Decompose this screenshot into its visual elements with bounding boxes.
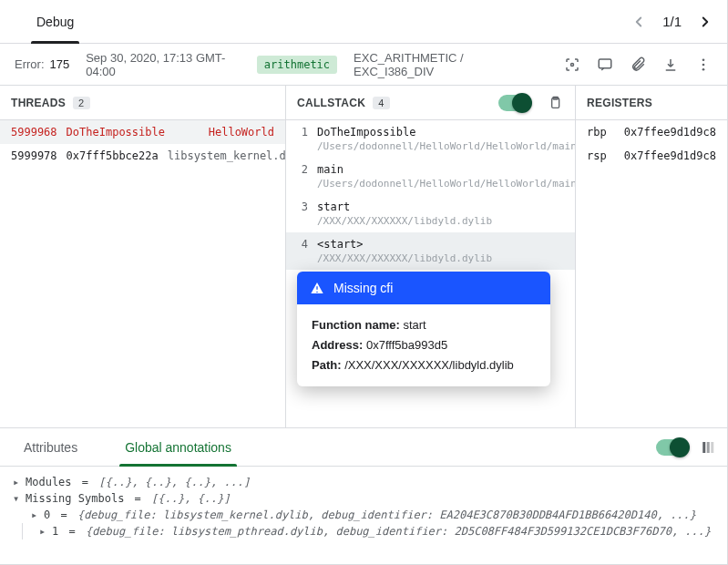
register-value: 0x7ffee9d1d9c8 [624,149,716,162]
frame-function: start [317,200,350,213]
threads-panel: THREADS 2 5999968 DoTheImpossible HelloW… [0,86,286,427]
popover-header: Missing cfi [297,272,550,304]
popover-addr-value: 0x7fff5ba993d5 [366,338,447,352]
popover-path-value: /XXX/XXX/XXXXXX/libdyld.dylib [344,358,514,372]
svg-rect-1 [599,59,611,68]
frame-source: /XXX/XXX/XXXXXX/libdyld.dylib [297,215,564,227]
attachment-icon[interactable] [629,56,647,74]
svg-point-2 [702,58,705,61]
tab-label: Debug [36,15,74,29]
exception-text: EXC_ARITHMETIC / EXC_I386_DIV [354,51,530,78]
focus-icon[interactable] [563,56,581,74]
tab-label: Global annotations [125,440,231,455]
svg-point-0 [571,63,574,66]
popover-path-label: Path: [312,358,342,372]
frame-function: <start> [317,238,364,251]
classifier-badge: arithmetic [257,56,337,74]
tab-strip: Debug [15,0,96,43]
callstack-toggle[interactable] [498,95,529,111]
expand-icon[interactable]: ▸ [31,508,40,521]
error-id: 175 [50,57,70,71]
threads-header: THREADS 2 [0,86,285,120]
bottom-panel: Attributes Global annotations ▸ Modules … [0,428,727,565]
columns-icon[interactable] [700,438,718,457]
stack-frame[interactable]: 4<start> /XXX/XXX/XXXXXX/libdyld.dylib [286,232,575,270]
tree-key: Modules [26,476,72,488]
top-tab-bar: Debug 1/1 [0,0,727,44]
threads-title: THREADS [11,97,66,109]
comment-icon[interactable] [596,56,614,74]
callstack-header: CALLSTACK 4 [286,86,575,120]
frame-index: 4 [297,238,308,251]
thread-row[interactable]: 5999978 0x7fff5bbce22a libsystem_kernel.… [0,144,285,168]
warning-icon [310,281,324,295]
thread-row[interactable]: 5999968 DoTheImpossible HelloWorld [0,120,285,144]
tab-label: Attributes [24,440,77,455]
stack-frame[interactable]: 1DoTheImpossible /Users/dodonnell/HelloW… [286,120,575,158]
thread-id: 5999978 [11,149,57,162]
popover-fn-value: start [403,318,426,332]
frame-index: 3 [297,200,308,213]
tree-node-modules[interactable]: ▸ Modules = [{..}, {..}, {..}, ...] [13,474,714,490]
clipboard-icon[interactable] [546,94,564,112]
frame-index: 2 [297,163,308,176]
annotations-toggle[interactable] [656,439,687,456]
registers-panel: REGISTERS rbp 0x7ffee9d1d9c8 rsp 0x7ffee… [576,86,727,427]
svg-point-4 [702,67,705,70]
callstack-panel: CALLSTACK 4 1DoTheImpossible /Users/dodo… [286,86,576,427]
tree-key: 1 [52,525,58,538]
thread-function: DoTheImpossible [67,126,165,139]
bottom-tab-strip: Attributes Global annotations [0,428,727,467]
callstack-body: 1DoTheImpossible /Users/dodonnell/HelloW… [286,120,575,427]
more-icon[interactable] [694,56,713,74]
missing-cfi-popover: Missing cfi Function name: start Address… [297,272,550,386]
tab-debug[interactable]: Debug [15,0,96,43]
threads-count: 2 [73,97,89,109]
register-name: rsp [587,149,624,162]
register-row: rsp 0x7ffee9d1d9c8 [576,144,727,168]
callstack-count: 4 [373,97,389,109]
tab-attributes[interactable]: Attributes [0,428,101,466]
thread-function: 0x7fff5bbce22a [67,149,159,162]
tree-node-missing-symbols[interactable]: ▾ Missing Symbols = [{..}, {..}] [13,490,714,507]
threads-body: 5999968 DoTheImpossible HelloWorld 59999… [0,120,285,427]
prev-button[interactable] [624,7,653,36]
tree-key: Missing Symbols [26,492,124,505]
popover-title: Missing cfi [333,281,393,295]
svg-rect-9 [711,442,713,453]
stack-frame[interactable]: 2main /Users/dodonnell/HelloWorld/HelloW… [286,158,575,195]
tree-key: 0 [44,508,50,521]
registers-header: REGISTERS [576,86,727,120]
svg-rect-7 [702,442,705,453]
action-bar [563,56,713,74]
tab-global-annotations[interactable]: Global annotations [101,428,255,466]
register-value: 0x7ffee9d1d9c8 [624,126,716,139]
registers-body: rbp 0x7ffee9d1d9c8 rsp 0x7ffee9d1d9c8 [576,120,727,427]
timestamp: Sep 30, 2020, 17:13 GMT-04:00 [86,51,241,78]
download-icon[interactable] [661,56,680,74]
thread-module: libsystem_kernel.dylib [168,149,285,162]
svg-rect-8 [707,442,710,453]
stack-frame[interactable]: 3start /XXX/XXX/XXXXXX/libdyld.dylib [286,195,575,232]
tree-node-missing-1[interactable]: ▸ 1 = {debug_file: libsystem_pthread.dyl… [22,523,714,539]
frame-index: 1 [297,126,308,139]
info-bar: Error: 175 Sep 30, 2020, 17:13 GMT-04:00… [0,44,727,86]
tree-value: {debug_file: libsystem_pthread.dylib, de… [86,525,711,538]
left-gutter [0,0,15,43]
popover-addr-label: Address: [312,338,363,352]
next-button[interactable] [691,7,720,36]
register-name: rbp [587,126,624,139]
tree-value: [{..}, {..}] [151,492,231,505]
expand-icon[interactable]: ▸ [39,525,48,538]
tree-node-missing-0[interactable]: ▸ 0 = {debug_file: libsystem_kernel.dyli… [13,507,714,523]
frame-source: /Users/dodonnell/HelloWorld/HelloWorld/m… [297,140,564,152]
tree-value: [{..}, {..}, {..}, ...] [98,476,250,488]
frame-function: DoTheImpossible [317,126,415,139]
page-count: 1/1 [659,14,685,29]
expand-icon[interactable]: ▸ [13,476,22,488]
register-row: rbp 0x7ffee9d1d9c8 [576,120,727,144]
frame-source: /XXX/XXX/XXXXXX/libdyld.dylib [297,252,564,264]
collapse-icon[interactable]: ▾ [13,492,22,505]
error-label: Error: [15,57,45,71]
pager: 1/1 [624,7,720,36]
